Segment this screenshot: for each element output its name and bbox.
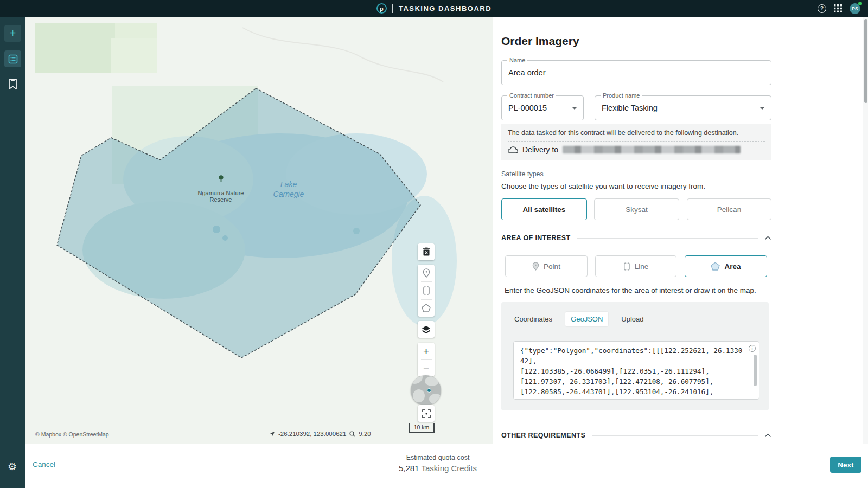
fullscreen-button[interactable] (418, 405, 435, 422)
aoi-section-header: AREA OF INTEREST (501, 234, 771, 242)
aoi-description: Enter the GeoJSON coordinates for the ar… (505, 286, 756, 294)
settings-gear-icon[interactable]: ⚙ (8, 460, 17, 473)
user-avatar[interactable]: PS (850, 3, 860, 14)
draw-area-button[interactable] (418, 300, 435, 317)
quota-cost-label: Estimated quota cost (373, 454, 503, 461)
delete-drawing-button[interactable] (418, 243, 435, 260)
sidebar-divider (4, 47, 21, 47)
new-order-button[interactable]: + (4, 25, 21, 42)
chevron-down-icon (572, 107, 577, 110)
left-sidebar: + ⚙ (0, 17, 25, 488)
footer-bar: Cancel Estimated quota cost 5,281 Taskin… (25, 444, 868, 488)
magnifier-icon (349, 431, 355, 437)
tabs-divider (509, 332, 761, 332)
satellite-option-skysat[interactable]: Skysat (594, 198, 679, 220)
page-scrollbar[interactable] (863, 17, 868, 488)
top-bar: p TASKING DASHBOARD ? PS (0, 0, 868, 17)
tab-coordinates[interactable]: Coordinates (509, 312, 558, 326)
tree-icon (218, 175, 224, 182)
tab-upload[interactable]: Upload (616, 312, 649, 326)
contract-value: PL-000015 (508, 96, 568, 120)
zoom-in-button[interactable]: + (418, 343, 435, 359)
satellite-option-pelican[interactable]: Pelican (687, 198, 771, 220)
quota-cost-block: Estimated quota cost 5,281 Tasking Credi… (373, 454, 503, 473)
textarea-scrollbar[interactable] (754, 355, 757, 386)
online-status-dot (858, 2, 862, 5)
product-value: Flexible Tasking (602, 96, 756, 120)
brand-divider (392, 4, 393, 13)
draw-line-button[interactable] (418, 282, 435, 299)
help-icon[interactable]: ? (818, 4, 826, 13)
aoi-tool-area[interactable]: Area (685, 255, 767, 277)
redacted-destination (563, 146, 741, 153)
app-title: TASKING DASHBOARD (399, 4, 492, 12)
pin-icon (423, 268, 430, 278)
order-imagery-panel: Order Imagery Name Contract number PL-00… (493, 17, 863, 444)
map-label-lake: Lake Carnegie (253, 179, 324, 199)
sidebar-item-saved[interactable] (8, 78, 18, 90)
delivery-note: The data tasked for this contract will b… (508, 129, 738, 137)
plus-icon: + (10, 27, 16, 40)
product-select[interactable]: Product name Flexible Tasking (595, 95, 771, 120)
map-scale-bar: 10 km (409, 423, 435, 433)
draw-tools-group (418, 265, 435, 317)
draw-point-button[interactable] (418, 265, 435, 281)
chevron-up-icon[interactable] (764, 433, 771, 438)
minimap-location-dot (427, 388, 431, 393)
next-button[interactable]: Next (830, 457, 861, 473)
satellite-types-description: Choose the types of satellite you want t… (501, 182, 705, 190)
geojson-content[interactable]: {"type":"Polygon","coordinates":[[[122.2… (520, 345, 745, 397)
apps-grid-icon[interactable] (834, 4, 842, 12)
chevron-up-icon[interactable] (764, 236, 771, 240)
geojson-textarea[interactable]: {"type":"Polygon","coordinates":[[[122.2… (513, 341, 760, 400)
tab-geojson[interactable]: GeoJSON (565, 312, 608, 326)
sidebar-item-orders[interactable] (4, 50, 21, 67)
scrollbar-thumb[interactable] (864, 19, 867, 103)
name-input[interactable] (508, 61, 756, 85)
aoi-input-tabs: Coordinates GeoJSON Upload (509, 312, 649, 326)
line-icon (623, 262, 630, 271)
aoi-tool-point[interactable]: Point (505, 255, 588, 277)
page-title: Order Imagery (501, 35, 579, 48)
map-canvas[interactable]: Ngamurra Nature Reserve Lake Carnegie (25, 17, 493, 444)
other-requirements-header: OTHER REQUIREMENTS (501, 432, 771, 439)
aoi-tool-line[interactable]: Line (595, 255, 676, 277)
contract-select[interactable]: Contract number PL-000015 (501, 95, 584, 120)
layers-button[interactable] (418, 321, 435, 338)
cursor-arrow-icon (270, 431, 275, 436)
line-icon (423, 286, 430, 296)
geojson-input-card: Coordinates GeoJSON Upload {"type":"Poly… (501, 302, 769, 410)
cloud-icon (508, 146, 518, 153)
satellite-types-label: Satellite types (501, 170, 544, 178)
zoom-control: + − (418, 343, 435, 376)
chevron-down-icon (760, 107, 765, 110)
tasking-dashboard-app: p TASKING DASHBOARD ? PS + (0, 0, 868, 488)
satellite-option-all[interactable]: All satellites (501, 198, 587, 220)
fullscreen-icon (422, 409, 431, 418)
sidebar-divider-bottom (4, 455, 21, 455)
layers-icon (422, 325, 431, 334)
quota-cost-value: 5,281 Tasking Credits (373, 464, 503, 473)
map-label-reserve: Ngamurra Nature Reserve (183, 169, 259, 203)
bookmark-icon (8, 78, 18, 90)
cancel-button[interactable]: Cancel (33, 460, 55, 468)
brand: p TASKING DASHBOARD (376, 3, 492, 14)
delivery-prefix: Delivery to (522, 145, 558, 154)
pentagon-icon (711, 262, 720, 271)
orders-icon (8, 54, 18, 64)
cursor-coordinates: -26.210392, 123.000621 (278, 431, 346, 437)
pentagon-icon (422, 304, 431, 312)
planet-logo-icon: p (376, 3, 387, 14)
delivery-info-box: The data tasked for this contract will b… (501, 124, 771, 160)
globe-minimap[interactable] (411, 375, 441, 406)
zoom-out-button[interactable]: − (418, 360, 435, 376)
name-field[interactable]: Name (501, 60, 771, 85)
trash-icon (422, 247, 431, 256)
info-icon[interactable]: i (749, 345, 756, 352)
map-status-bar: -26.210392, 123.000621 9.20 (270, 431, 371, 437)
zoom-level-value: 9.20 (359, 431, 371, 437)
map-attribution[interactable]: © Mapbox © OpenStreetMap (35, 431, 109, 438)
dashed-divider (508, 141, 765, 142)
pin-icon (532, 262, 539, 271)
